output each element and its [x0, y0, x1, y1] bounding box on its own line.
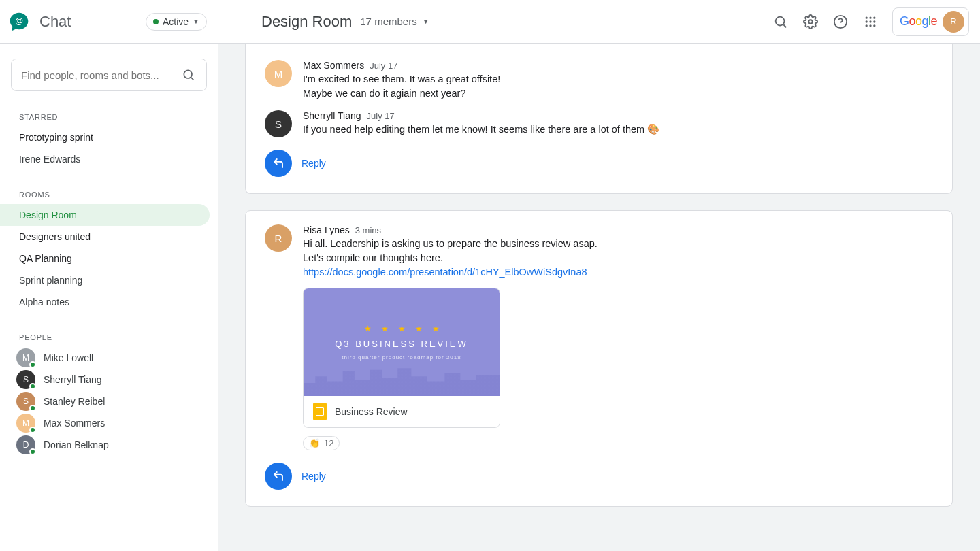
- svg-point-7: [869, 16, 871, 18]
- help-icon[interactable]: [832, 14, 849, 30]
- reply-label[interactable]: Reply: [301, 158, 326, 169]
- gear-icon[interactable]: [802, 14, 819, 30]
- sidebar-person[interactable]: SStanley Reibel: [0, 390, 210, 412]
- sidebar-person[interactable]: MMax Sommers: [0, 412, 210, 434]
- presence-dot-icon: [29, 383, 36, 390]
- message-author: Max Sommers: [303, 60, 364, 71]
- clap-emoji-icon: 👏: [309, 438, 320, 448]
- google-logo-icon: Google: [900, 14, 937, 29]
- message-author: Sherryll Tiang: [303, 110, 361, 121]
- section-people-label: PEOPLE: [8, 328, 210, 347]
- chevron-down-icon: ▼: [193, 18, 199, 25]
- thread-card: RRisa Lynes3 minsHi all. Leadership is a…: [245, 210, 953, 507]
- presence-dot-icon: [29, 361, 36, 368]
- search-icon[interactable]: [772, 14, 789, 30]
- section-rooms-label: ROOMS: [8, 185, 210, 204]
- svg-text:@: @: [15, 16, 23, 25]
- attachment-card[interactable]: ★★★★★Q3 BUSINESS REVIEWthird quarter pro…: [303, 288, 500, 428]
- sidebar-search[interactable]: [11, 59, 207, 91]
- presence-dot-icon: [29, 427, 36, 433]
- message-timestamp: 3 mins: [355, 225, 381, 235]
- reply-button[interactable]: [265, 463, 292, 490]
- header-left: @ Chat Active ▼: [5, 8, 212, 35]
- sidebar-item-label: Sherryll Tiang: [44, 374, 102, 385]
- search-input[interactable]: [21, 69, 180, 81]
- sidebar-item[interactable]: Irene Edwards: [0, 148, 210, 170]
- star-icon: ★★★★★: [364, 324, 440, 333]
- slides-icon: [313, 403, 327, 420]
- conversation-pane: MMax SommersJuly 17I'm excited to see th…: [218, 44, 980, 551]
- sidebar-item-label: Mike Lowell: [44, 352, 93, 363]
- sidebar-item[interactable]: QA Planning: [0, 248, 210, 269]
- svg-point-14: [873, 24, 875, 27]
- svg-point-8: [873, 16, 875, 18]
- sidebar-item-label: Max Sommers: [44, 418, 105, 429]
- attachment-preview: ★★★★★Q3 BUSINESS REVIEWthird quarter pro…: [304, 288, 500, 396]
- message-text: If you need help editing them let me kno…: [303, 122, 933, 137]
- presence-dot-icon: [29, 405, 36, 412]
- sidebar-item[interactable]: Design Room: [0, 204, 210, 226]
- attachment-preview-subtitle: third quarter product roadmap for 2018: [342, 354, 461, 361]
- svg-point-10: [869, 20, 871, 22]
- search-icon[interactable]: [180, 67, 197, 83]
- presence-status-dropdown[interactable]: Active ▼: [146, 13, 207, 31]
- member-count[interactable]: 17 members: [360, 16, 416, 27]
- chevron-down-icon[interactable]: ▼: [423, 18, 429, 25]
- svg-point-11: [873, 20, 875, 22]
- message-author: Risa Lynes: [303, 224, 350, 235]
- svg-line-2: [783, 24, 786, 27]
- message-text: I'm excited to see them. It was a great …: [303, 72, 933, 101]
- svg-point-12: [865, 24, 867, 27]
- apps-grid-icon[interactable]: [862, 14, 879, 30]
- reaction-count: 12: [324, 438, 333, 448]
- sidebar: STARRED Prototyping sprintIrene Edwards …: [0, 44, 218, 551]
- app-logo[interactable]: @ Chat: [5, 8, 71, 35]
- thread-card: MMax SommersJuly 17I'm excited to see th…: [245, 44, 953, 194]
- room-title: Design Room: [261, 13, 352, 31]
- svg-point-6: [865, 16, 867, 18]
- sidebar-item[interactable]: Alpha notes: [0, 291, 210, 313]
- svg-point-3: [808, 20, 813, 24]
- message-timestamp: July 17: [370, 61, 397, 71]
- avatar: M: [265, 60, 292, 87]
- app-header: @ Chat Active ▼ Design Room 17 members ▼…: [0, 0, 980, 44]
- svg-point-1: [776, 16, 785, 25]
- attachment-preview-title: Q3 BUSINESS REVIEW: [335, 339, 468, 349]
- presence-status-label: Active: [163, 16, 189, 27]
- sidebar-item[interactable]: Designers united: [0, 226, 210, 248]
- reaction-chip[interactable]: 👏12: [303, 436, 340, 450]
- message-timestamp: July 17: [367, 111, 395, 121]
- reply-label[interactable]: Reply: [301, 471, 326, 482]
- message: RRisa Lynes3 minsHi all. Leadership is a…: [265, 224, 933, 450]
- svg-point-9: [865, 20, 867, 22]
- header-actions: Google R: [772, 7, 969, 36]
- message: SSherryll TiangJuly 17If you need help e…: [265, 110, 933, 137]
- sidebar-item[interactable]: Sprint planning: [0, 269, 210, 291]
- message-link[interactable]: https://docs.google.com/presentation/d/1…: [303, 267, 587, 278]
- avatar: R: [265, 224, 292, 252]
- svg-point-15: [184, 70, 192, 78]
- sidebar-item-label: Dorian Belknap: [44, 439, 109, 450]
- svg-line-16: [191, 78, 194, 80]
- sidebar-person[interactable]: MMike Lowell: [0, 347, 210, 369]
- presence-dot-icon: [153, 19, 159, 24]
- sidebar-item-label: Stanley Reibel: [44, 396, 105, 407]
- chat-logo-icon: @: [5, 8, 33, 35]
- avatar: S: [265, 110, 292, 137]
- section-starred-label: STARRED: [8, 107, 210, 127]
- sidebar-person[interactable]: DDorian Belknap: [0, 434, 210, 456]
- sidebar-person[interactable]: SSherryll Tiang: [0, 369, 210, 390]
- message: MMax SommersJuly 17I'm excited to see th…: [265, 60, 933, 101]
- account-switcher[interactable]: Google R: [892, 7, 969, 36]
- svg-point-13: [869, 24, 871, 27]
- sidebar-item[interactable]: Prototyping sprint: [0, 127, 210, 148]
- app-name: Chat: [39, 13, 71, 31]
- attachment-filename: Business Review: [335, 406, 408, 417]
- message-text: Hi all. Leadership is asking us to prepa…: [303, 237, 933, 280]
- presence-dot-icon: [29, 448, 36, 455]
- room-header: Design Room 17 members ▼: [212, 13, 429, 31]
- current-user-avatar: R: [943, 11, 964, 33]
- reply-button[interactable]: [265, 150, 292, 177]
